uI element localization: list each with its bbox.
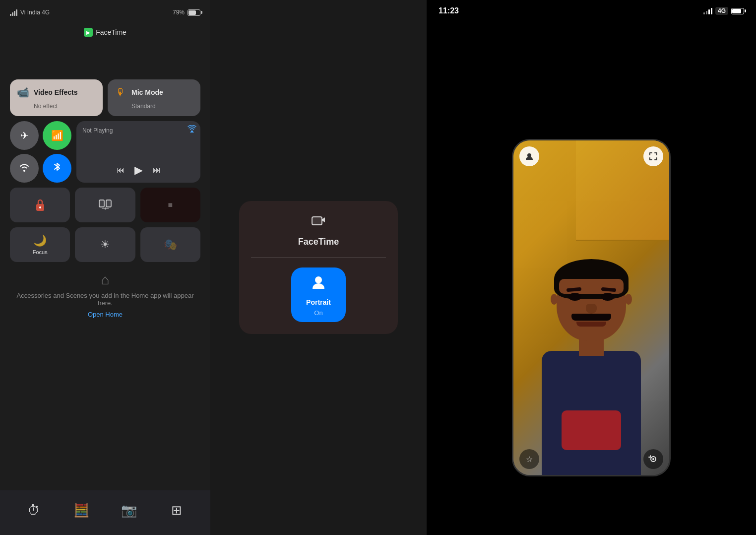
video-effects-icon: 📹 xyxy=(16,85,30,99)
camera-dock-btn[interactable]: 📷 xyxy=(117,498,141,523)
video-effects-icon-row: 📹 Video Effects xyxy=(16,85,97,99)
mic-mode-icon: 🎙 xyxy=(114,85,127,99)
pr-signal-bars xyxy=(703,8,712,14)
phone-frame: ☆ xyxy=(512,139,671,476)
popup-header xyxy=(312,213,325,229)
signal-bar-2 xyxy=(12,12,13,16)
mic-mode-title: Mic Mode xyxy=(131,88,163,96)
phone-screen: ☆ xyxy=(513,140,669,475)
next-track-btn[interactable]: ⏭ xyxy=(153,166,161,175)
signal-bar-1 xyxy=(10,14,11,16)
qr-dock-btn[interactable]: ⊞ xyxy=(164,498,189,523)
pr-network-badge: 4G xyxy=(715,7,728,15)
facetime-star-btn[interactable]: ☆ xyxy=(519,449,539,469)
cc-main-grid: ✈ 📶 xyxy=(10,121,200,183)
pr-sig-4 xyxy=(711,8,712,14)
popup-title: FaceTime xyxy=(298,237,339,247)
dark-tile-btn[interactable]: ■ xyxy=(140,188,200,222)
video-effects-card[interactable]: 📹 Video Effects No effect xyxy=(10,79,103,116)
cc-focus-row: 🌙 Focus ☀ 🎭 xyxy=(10,227,200,262)
pr-battery-fill xyxy=(732,9,741,13)
cc-content: 📹 Video Effects No effect 🎙 Mic Mode Sta… xyxy=(10,79,200,318)
facetime-call-panel: 11:23 4G xyxy=(427,0,756,535)
mic-mode-subtitle: Standard xyxy=(131,103,156,110)
video-effects-title: Video Effects xyxy=(34,88,77,96)
focus-btn[interactable]: 🌙 Focus xyxy=(10,227,70,262)
facetime-fullscreen-btn[interactable] xyxy=(643,146,663,166)
popup-camera-icon xyxy=(312,213,325,229)
focus-label: Focus xyxy=(33,249,48,255)
bluetooth-icon xyxy=(54,162,61,175)
control-center-panel: Vi India 4G 79% ▶ FaceTime 📹 Video Effec… xyxy=(0,0,210,535)
svg-point-7 xyxy=(315,276,322,283)
cellular-btn[interactable]: 📶 xyxy=(43,121,71,150)
camera-icon: 📷 xyxy=(121,503,137,518)
svg-rect-6 xyxy=(312,217,322,225)
facetime-green-icon: ▶ xyxy=(84,28,93,37)
prev-track-btn[interactable]: ⏮ xyxy=(117,166,125,175)
svg-point-10 xyxy=(652,458,654,460)
cc-circles-bottom xyxy=(10,154,71,183)
calculator-dock-btn[interactable]: 🧮 xyxy=(69,498,94,523)
svg-point-1 xyxy=(39,206,41,208)
calculator-icon: 🧮 xyxy=(73,503,89,518)
phone-overlay: ☆ xyxy=(513,140,669,475)
svg-rect-3 xyxy=(106,200,111,207)
pr-status-right: 4G xyxy=(703,7,744,15)
now-playing-card: Not Playing ⏮ ▶ ⏭ xyxy=(76,121,200,183)
video-effects-subtitle: No effect xyxy=(34,103,58,110)
pr-sig-2 xyxy=(706,11,707,14)
timer-dock-btn[interactable]: ⏱ xyxy=(21,498,46,523)
status-bar: Vi India 4G 79% xyxy=(0,0,210,25)
pr-status-bar: 11:23 4G xyxy=(427,0,756,22)
pr-time: 11:23 xyxy=(439,6,459,15)
screen-lock-btn[interactable] xyxy=(10,188,70,222)
signal-bars xyxy=(10,9,17,16)
pr-sig-1 xyxy=(703,12,705,14)
portrait-effect-btn[interactable]: Portrait On xyxy=(291,268,346,322)
svg-rect-2 xyxy=(99,200,104,207)
airplay-icon[interactable] xyxy=(188,125,196,135)
pr-sig-3 xyxy=(708,9,710,14)
cc-circles-top: ✈ 📶 xyxy=(10,121,71,150)
play-pause-btn[interactable]: ▶ xyxy=(134,164,143,177)
open-home-link[interactable]: Open Home xyxy=(88,311,123,318)
timer-icon: ⏱ xyxy=(27,503,40,518)
portrait-icon xyxy=(310,273,327,295)
mic-mode-card[interactable]: 🎙 Mic Mode Standard xyxy=(108,79,200,116)
now-playing-title: Not Playing xyxy=(82,127,194,134)
home-description: Accessories and Scenes you add in the Ho… xyxy=(10,292,200,307)
svg-point-8 xyxy=(527,153,531,157)
popup-divider xyxy=(251,257,386,258)
facetime-popup: FaceTime Portrait On xyxy=(239,201,398,334)
now-playing-controls: ⏮ ▶ ⏭ xyxy=(82,164,194,177)
screen-mirror-btn[interactable] xyxy=(75,188,135,222)
facetime-portrait-panel: FaceTime Portrait On xyxy=(210,0,427,535)
pr-battery xyxy=(731,8,744,14)
cc-top-row: 📹 Video Effects No effect 🎙 Mic Mode Sta… xyxy=(10,79,200,116)
cc-second-row: ■ xyxy=(10,188,200,222)
facetime-flip-btn[interactable] xyxy=(643,449,663,469)
star-icon: ☆ xyxy=(526,455,533,464)
portrait-status: On xyxy=(314,309,322,317)
facetime-person-btn[interactable] xyxy=(519,146,539,166)
battery-fill xyxy=(189,10,196,15)
status-right: 79% xyxy=(173,9,200,16)
extra-btn[interactable]: 🎭 xyxy=(140,227,200,262)
carrier-text: Vi India 4G xyxy=(20,9,50,16)
battery-percent: 79% xyxy=(173,9,185,16)
qr-icon: ⊞ xyxy=(171,503,182,518)
facetime-text: FaceTime xyxy=(96,28,126,36)
wifi-icon xyxy=(19,163,30,174)
wifi-btn[interactable] xyxy=(10,154,39,183)
airplane-icon: ✈ xyxy=(20,130,29,141)
signal-bar-3 xyxy=(14,11,15,16)
bluetooth-btn[interactable] xyxy=(43,154,71,183)
brightness-btn[interactable]: ☀ xyxy=(75,227,135,262)
facetime-app-label: ▶ FaceTime xyxy=(0,28,210,37)
home-icon: ⌂ xyxy=(101,272,110,288)
signal-bar-4 xyxy=(16,9,17,16)
cellular-icon: 📶 xyxy=(51,130,63,141)
airplane-mode-btn[interactable]: ✈ xyxy=(10,121,39,150)
home-section: ⌂ Accessories and Scenes you add in the … xyxy=(10,272,200,318)
